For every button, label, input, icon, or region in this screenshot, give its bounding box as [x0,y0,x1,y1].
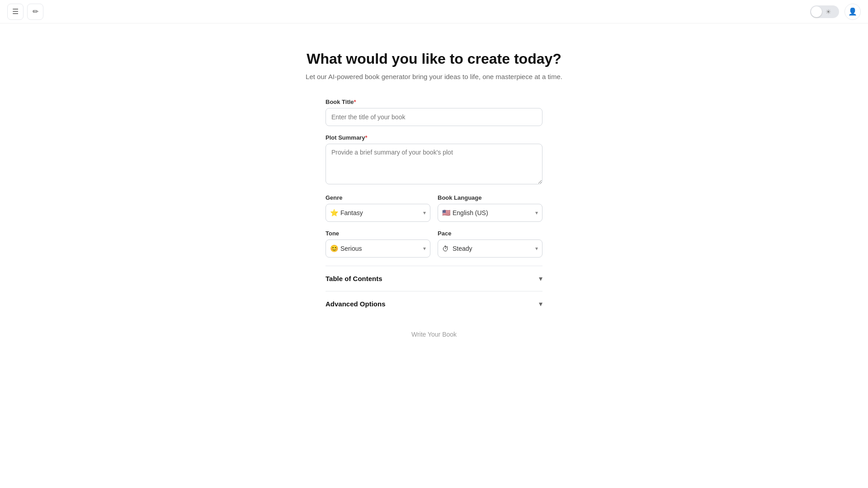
advanced-chevron-icon: ▾ [539,300,542,308]
book-title-input[interactable] [326,108,542,126]
genre-language-row: Genre ⭐ Fantasy Sci-Fi Romance Mystery H… [326,194,542,222]
genre-label: Genre [326,194,430,201]
edit-icon: ✏ [33,7,38,16]
required-star-plot: * [365,134,367,141]
plot-summary-label: Plot Summary* [326,134,542,141]
toc-section-title: Table of Contents [326,275,382,282]
genre-group: Genre ⭐ Fantasy Sci-Fi Romance Mystery H… [326,194,430,222]
menu-icon: ☰ [12,7,19,16]
tone-group: Tone 😊 Serious Humorous Dark Light Drama… [326,230,430,258]
write-button-wrapper: Write Your Book [326,327,542,342]
table-of-contents-section: Table of Contents ▾ [326,266,542,291]
language-select-wrapper: 🇺🇸 English (US) English (UK) Spanish Fre… [438,204,542,222]
pace-group: Pace ⏱ Steady Fast Slow Dynamic ▾ [438,230,542,258]
advanced-collapsible-header[interactable]: Advanced Options ▾ [326,300,542,308]
book-form: Book Title* Plot Summary* Genre ⭐ Fantas… [326,99,542,342]
main-content: What would you like to create today? Let… [0,23,868,378]
language-label: Book Language [438,194,542,201]
advanced-section-title: Advanced Options [326,300,386,308]
genre-select-wrapper: ⭐ Fantasy Sci-Fi Romance Mystery Horror … [326,204,430,222]
genre-select[interactable]: Fantasy Sci-Fi Romance Mystery Horror No… [326,204,430,222]
user-profile-button[interactable]: 👤 [844,4,861,20]
advanced-options-section: Advanced Options ▾ [326,291,542,316]
tone-pace-row: Tone 😊 Serious Humorous Dark Light Drama… [326,230,542,258]
write-book-button[interactable]: Write Your Book [402,327,466,342]
book-title-label: Book Title* [326,99,542,105]
tone-select-wrapper: 😊 Serious Humorous Dark Light Dramatic ▾ [326,239,430,258]
edit-button[interactable]: ✏ [27,4,43,20]
pace-select[interactable]: Steady Fast Slow Dynamic [438,239,542,258]
toc-collapsible-header[interactable]: Table of Contents ▾ [326,274,542,283]
book-title-group: Book Title* [326,99,542,126]
tone-label: Tone [326,230,430,237]
page-subtitle: Let our AI-powered book generator bring … [306,73,562,80]
sun-icon: ☀ [824,7,833,16]
plot-summary-group: Plot Summary* [326,134,542,186]
nav-left-group: ☰ ✏ [7,4,43,20]
nav-right-group: ☀ 👤 [810,4,861,20]
user-icon: 👤 [848,7,857,16]
theme-toggle[interactable]: ☀ [810,5,839,18]
pace-select-wrapper: ⏱ Steady Fast Slow Dynamic ▾ [438,239,542,258]
toggle-knob [811,6,822,17]
plot-summary-textarea[interactable] [326,144,542,184]
language-select[interactable]: English (US) English (UK) Spanish French… [438,204,542,222]
menu-button[interactable]: ☰ [7,4,24,20]
page-title: What would you like to create today? [307,51,561,67]
top-navigation: ☰ ✏ ☀ 👤 [0,0,868,23]
required-star: * [354,99,356,105]
pace-label: Pace [438,230,542,237]
tone-select[interactable]: Serious Humorous Dark Light Dramatic [326,239,430,258]
toc-chevron-icon: ▾ [539,274,542,283]
language-group: Book Language 🇺🇸 English (US) English (U… [438,194,542,222]
